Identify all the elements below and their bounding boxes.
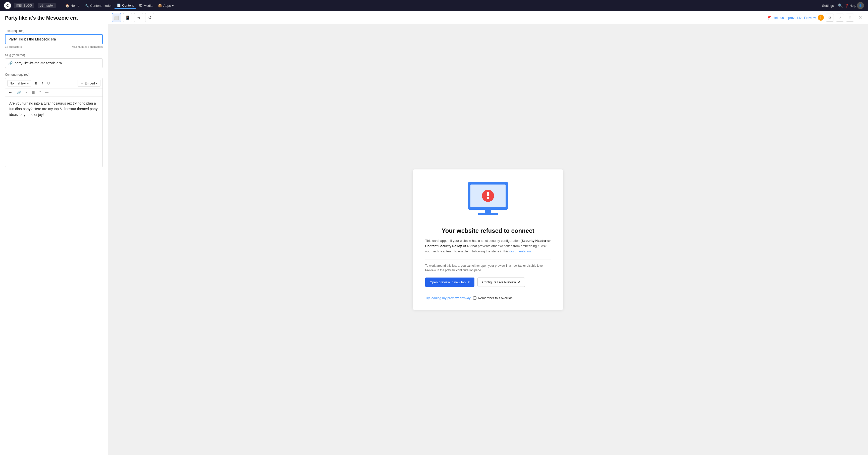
try-anyway-row: Try loading my preview anyway Remember t… [425, 296, 551, 300]
top-navigation: C TE BLOG ⎇ master 🏠 Home 🔧 Content mode… [0, 0, 868, 11]
embed-chevron-icon: ▾ [96, 81, 98, 85]
configure-label: Configure Live Preview [482, 280, 516, 284]
branch-name: master [44, 4, 54, 7]
divider-button[interactable]: — [43, 89, 50, 95]
help-improve-link[interactable]: 🚩 Help us improve Live Preview [768, 16, 816, 20]
mobile-view-button[interactable]: 📱 [123, 13, 132, 22]
content-editor-panel: Party like it's the Mesozoic era Title (… [0, 11, 108, 455]
slug-label: Slug (required) [5, 53, 103, 57]
remember-label-text: Remember this override [478, 296, 513, 300]
title-hint: 32 characters Maximum 256 characters [5, 45, 103, 48]
dropdown-chevron-icon: ▾ [27, 81, 29, 85]
desktop-view-button[interactable]: ⬜ [112, 13, 121, 22]
open-new-tab-icon-button[interactable]: ↗ [836, 13, 844, 22]
live-preview-panel: ⬜ 📱 ⇔ ↺ 🚩 Help us improve Live Preview !… [108, 11, 868, 455]
open-preview-new-tab-button[interactable]: Open preview in new tab ↗ [425, 278, 474, 287]
nav-media[interactable]: 🖼 Media [136, 3, 155, 8]
link-button[interactable]: 🔗 [15, 89, 23, 95]
rte-toolbar-row1: Normal text ▾ B I U ＋ Embed ▾ [5, 78, 102, 88]
configure-live-preview-button[interactable]: Configure Live Preview ↗ [477, 278, 525, 287]
help-button[interactable]: ❓ Help [847, 2, 854, 9]
link-icon: 🔗 [8, 61, 12, 65]
slug-field-group: Slug (required) 🔗 party-like-its-the-mes… [5, 53, 103, 68]
settings-link[interactable]: Settings [822, 4, 834, 7]
app-logo[interactable]: C [4, 2, 11, 9]
content-icon: 📄 [117, 3, 121, 7]
documentation-link[interactable]: documentation [509, 249, 531, 253]
title-input[interactable] [5, 34, 103, 44]
underline-button[interactable]: U [45, 80, 51, 86]
copy-link-button[interactable]: ⧉ [826, 13, 834, 22]
preview-toolbar: ⬜ 📱 ⇔ ↺ 🚩 Help us improve Live Preview !… [108, 11, 868, 24]
nav-content-model[interactable]: 🔧 Content model [82, 3, 114, 8]
title-field-group: Title (required) 32 characters Maximum 2… [5, 29, 103, 48]
svg-point-4 [487, 197, 489, 199]
error-title: Your website refused to connect [425, 227, 551, 234]
home-icon: 🏠 [65, 4, 69, 7]
error-workaround: To work around this issue, you can eithe… [425, 263, 551, 273]
try-loading-link[interactable]: Try loading my preview anyway [425, 296, 471, 300]
nav-apps[interactable]: 📦 Apps ▾ [155, 3, 176, 8]
open-preview-label: Open preview in new tab [430, 280, 466, 284]
search-icon[interactable]: 🔍 [837, 2, 844, 9]
monitor-svg [463, 179, 513, 220]
max-chars: Maximum 256 characters [72, 45, 103, 48]
workspace-badge[interactable]: TE BLOG [14, 3, 34, 8]
error-action-buttons: Open preview in new tab ↗ Configure Live… [425, 278, 551, 287]
bold-button[interactable]: B [33, 80, 39, 86]
user-avatar[interactable]: 👤 [857, 2, 864, 9]
embed-label: Embed [85, 81, 95, 85]
bullet-list-button[interactable]: ≡ [24, 89, 29, 95]
italic-button[interactable]: I [40, 80, 45, 86]
quote-button[interactable]: " [38, 89, 42, 95]
rte-body-text: Are you turning into a tyrannosaurus rex… [9, 101, 98, 117]
form-area: Title (required) 32 characters Maximum 2… [0, 24, 108, 455]
remember-override-label: Remember this override [473, 296, 513, 300]
configure-external-icon: ↗ [517, 280, 520, 284]
workspace-name: BLOG [24, 4, 32, 7]
embed-button[interactable]: ＋ Embed ▾ [78, 80, 100, 87]
slug-value: party-like-its-the-mesozoic-era [14, 61, 62, 65]
apps-dropdown-icon: ▾ [172, 4, 174, 7]
rte-content-area[interactable]: Are you turning into a tyrannosaurus rex… [5, 96, 102, 167]
error-divider [425, 259, 551, 259]
branch-selector[interactable]: ⎇ master [38, 3, 56, 8]
close-preview-button[interactable]: ✕ [856, 13, 864, 22]
embed-plus-icon: ＋ [81, 81, 84, 85]
error-desc-part1: This can happen if your website has a st… [425, 239, 520, 243]
apps-icon: 📦 [158, 4, 162, 7]
external-link-icon: ↗ [467, 280, 470, 284]
error-desc-suffix: . [531, 249, 532, 253]
info-button[interactable]: ! [818, 15, 824, 21]
help-improve-label: Help us improve Live Preview [773, 16, 816, 20]
text-style-label: Normal text [9, 81, 26, 85]
text-style-dropdown[interactable]: Normal text ▾ [7, 80, 31, 86]
svg-rect-6 [478, 213, 498, 215]
refresh-button[interactable]: ↺ [145, 13, 154, 22]
connection-error-card: Your website refused to connect This can… [413, 169, 563, 310]
svg-rect-3 [487, 192, 489, 196]
main-layout: Party like it's the Mesozoic era Title (… [0, 11, 868, 455]
help-label: Help [849, 4, 856, 7]
content-field-group: Content (required) Normal text ▾ B I U ＋ [5, 73, 103, 167]
media-icon: 🖼 [139, 4, 143, 7]
branch-icon: ⎇ [40, 4, 43, 7]
slug-display: 🔗 party-like-its-the-mesozoic-era [5, 58, 103, 68]
more-options-button[interactable]: ••• [7, 89, 14, 95]
nav-content[interactable]: 📄 Content [114, 2, 136, 9]
rich-text-editor: Normal text ▾ B I U ＋ Embed ▾ [5, 78, 103, 167]
nav-home[interactable]: 🏠 Home [63, 3, 82, 8]
split-view-button[interactable]: ⇔ [134, 13, 143, 22]
remember-override-checkbox[interactable] [473, 296, 476, 300]
rte-toolbar-row2: ••• 🔗 ≡ ☰ " — [5, 88, 102, 96]
help-circle-icon: ❓ [845, 4, 849, 7]
error-illustration [425, 179, 551, 220]
svg-rect-5 [485, 210, 491, 213]
toggle-split-button[interactable]: ⊟ [846, 13, 854, 22]
error-divider-2 [425, 292, 551, 292]
numbered-list-button[interactable]: ☰ [30, 89, 37, 95]
page-title: Party like it's the Mesozoic era [0, 11, 108, 24]
flag-icon: 🚩 [768, 16, 772, 20]
char-count: 32 characters [5, 45, 22, 48]
content-label: Content (required) [5, 73, 103, 77]
